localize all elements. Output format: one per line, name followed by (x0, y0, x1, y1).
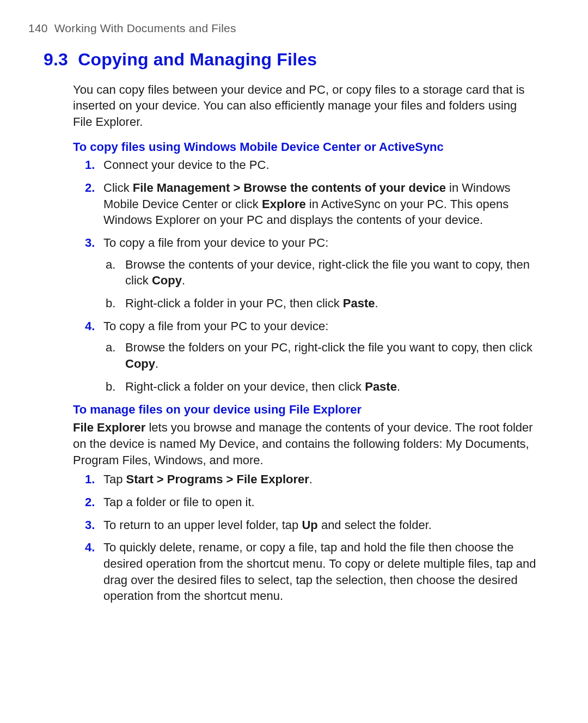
step-text: To return to an upper level folder, tap … (103, 518, 432, 532)
sub-step: a. Browse the folders on your PC, right-… (103, 339, 539, 372)
step: 3. To return to an upper level folder, t… (73, 517, 539, 533)
step-marker: 1. (85, 157, 95, 173)
step-text: To quickly delete, rename, or copy a fil… (103, 540, 536, 603)
sub-step-text: Browse the folders on your PC, right-cli… (125, 341, 532, 370)
sub-step-text: Right-click a folder in your PC, then cl… (125, 296, 378, 310)
step-text: Tap a folder or file to open it. (103, 495, 255, 509)
sub-step-marker: b. (106, 379, 115, 395)
step-marker: 2. (85, 180, 95, 196)
sub-steps: a. Browse the contents of your device, r… (103, 257, 539, 312)
step-marker: 4. (85, 539, 95, 556)
step: 1. Connect your device to the PC. (73, 157, 539, 173)
sub-step-marker: a. (106, 257, 115, 273)
step-marker: 3. (85, 517, 95, 533)
sub-step: b. Right-click a folder in your PC, then… (103, 295, 539, 312)
intro-paragraph: You can copy files between your device a… (73, 82, 539, 130)
page-header: 140 Working With Documents and Files (28, 21, 539, 36)
step-marker: 4. (85, 318, 95, 335)
sub-heading-activesync: To copy files using Windows Mobile Devic… (73, 139, 539, 155)
step-text: To copy a file from your PC to your devi… (103, 319, 328, 333)
step: 2. Tap a folder or file to open it. (73, 494, 539, 511)
sub-step-marker: b. (106, 295, 115, 312)
sub-heading-file-explorer: To manage files on your device using Fil… (73, 402, 539, 418)
step-marker: 3. (85, 235, 95, 251)
section-title: 9.3 Copying and Managing Files (44, 48, 539, 71)
step: 1. Tap Start > Programs > File Explorer. (73, 471, 539, 488)
steps-activesync: 1. Connect your device to the PC. 2. Cli… (73, 157, 539, 394)
sub-step-text: Right-click a folder on your device, the… (125, 380, 400, 393)
step-text: Click File Management > Browse the conte… (103, 181, 511, 227)
sub-step-marker: a. (106, 339, 115, 356)
step: 2. Click File Management > Browse the co… (73, 180, 539, 228)
step-marker: 2. (85, 494, 95, 511)
step-text: Connect your device to the PC. (103, 158, 270, 172)
steps-file-explorer: 1. Tap Start > Programs > File Explorer.… (73, 471, 539, 604)
sub-step-text: Browse the contents of your device, righ… (125, 258, 530, 288)
step: 4. To copy a file from your PC to your d… (73, 318, 539, 395)
step: 4. To quickly delete, rename, or copy a … (73, 539, 539, 604)
file-explorer-lead: File Explorer lets you browse and manage… (73, 420, 539, 468)
page-number: 140 (28, 22, 48, 34)
step-text: To copy a file from your device to your … (103, 236, 328, 250)
page-header-title: Working With Documents and Files (54, 22, 236, 34)
section-name: Copying and Managing Files (78, 50, 317, 69)
sub-steps: a. Browse the folders on your PC, right-… (103, 339, 539, 394)
step: 3. To copy a file from your device to yo… (73, 235, 539, 312)
section-number: 9.3 (44, 50, 68, 69)
sub-step: b. Right-click a folder on your device, … (103, 379, 539, 395)
step-marker: 1. (85, 471, 95, 488)
sub-step: a. Browse the contents of your device, r… (103, 257, 539, 289)
step-text: Tap Start > Programs > File Explorer. (103, 472, 313, 486)
